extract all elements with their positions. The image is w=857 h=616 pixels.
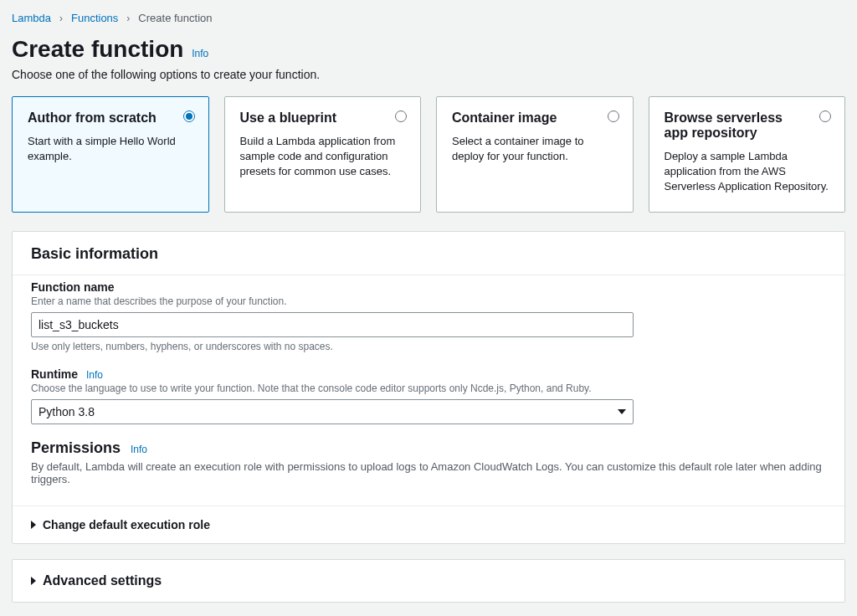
option-title: Browse serverless app repository	[665, 110, 830, 141]
expandable-label: Change default execution role	[43, 518, 210, 531]
hint-function-name: Enter a name that describes the purpose …	[31, 295, 826, 307]
constraint-function-name: Use only letters, numbers, hyphens, or u…	[31, 341, 826, 352]
panel-heading: Basic information	[13, 232, 844, 275]
runtime-value: Python 3.8	[38, 405, 95, 418]
advanced-settings[interactable]: Advanced settings	[12, 559, 845, 603]
option-author-from-scratch[interactable]: Author from scratch Start with a simple …	[12, 96, 209, 213]
basic-information-panel: Basic information Function name Enter a …	[12, 231, 845, 544]
change-default-execution-role[interactable]: Change default execution role	[13, 506, 844, 543]
breadcrumb-lambda[interactable]: Lambda	[12, 12, 51, 24]
info-link-header[interactable]: Info	[192, 48, 208, 59]
breadcrumb-functions[interactable]: Functions	[71, 12, 118, 24]
option-use-blueprint[interactable]: Use a blueprint Build a Lambda applicati…	[224, 96, 422, 213]
creation-options: Author from scratch Start with a simple …	[12, 96, 845, 213]
chevron-down-icon	[618, 409, 626, 414]
option-serverless-repo[interactable]: Browse serverless app repository Deploy …	[649, 96, 846, 213]
option-container-image[interactable]: Container image Select a container image…	[436, 96, 634, 213]
label-permissions: Permissions	[31, 439, 121, 457]
label-runtime: Runtime	[31, 367, 78, 381]
field-function-name: Function name Enter a name that describe…	[31, 280, 826, 352]
chevron-right-icon: ›	[126, 13, 130, 24]
breadcrumb-current: Create function	[138, 12, 212, 24]
label-function-name: Function name	[31, 280, 826, 294]
function-name-input[interactable]	[31, 312, 634, 337]
page-title: Create function	[12, 36, 183, 63]
option-title: Use a blueprint	[240, 110, 406, 126]
runtime-select[interactable]: Python 3.8	[31, 399, 634, 424]
info-link-runtime[interactable]: Info	[86, 369, 103, 381]
option-title: Author from scratch	[28, 110, 193, 126]
breadcrumb: Lambda › Functions › Create function	[12, 10, 845, 29]
field-runtime: Runtime Info Choose the language to use …	[31, 367, 826, 424]
radio-icon	[183, 110, 195, 122]
option-desc: Select a container image to deploy for y…	[452, 134, 618, 164]
option-desc: Deploy a sample Lambda application from …	[665, 149, 830, 195]
desc-permissions: By default, Lambda will create an execut…	[31, 460, 826, 485]
hint-runtime: Choose the language to use to write your…	[31, 382, 826, 394]
radio-icon	[819, 110, 831, 122]
radio-icon	[608, 110, 619, 122]
radio-icon	[395, 110, 407, 122]
caret-right-icon	[31, 521, 36, 529]
chevron-right-icon: ›	[59, 13, 63, 24]
field-permissions: Permissions Info By default, Lambda will…	[31, 439, 826, 485]
advanced-settings-label: Advanced settings	[43, 573, 162, 588]
option-desc: Build a Lambda application from sample c…	[240, 134, 406, 180]
option-desc: Start with a simple Hello World example.	[28, 134, 193, 164]
page-subtitle: Choose one of the following options to c…	[12, 68, 845, 81]
info-link-permissions[interactable]: Info	[131, 444, 147, 455]
caret-right-icon	[31, 577, 36, 585]
option-title: Container image	[452, 110, 618, 126]
